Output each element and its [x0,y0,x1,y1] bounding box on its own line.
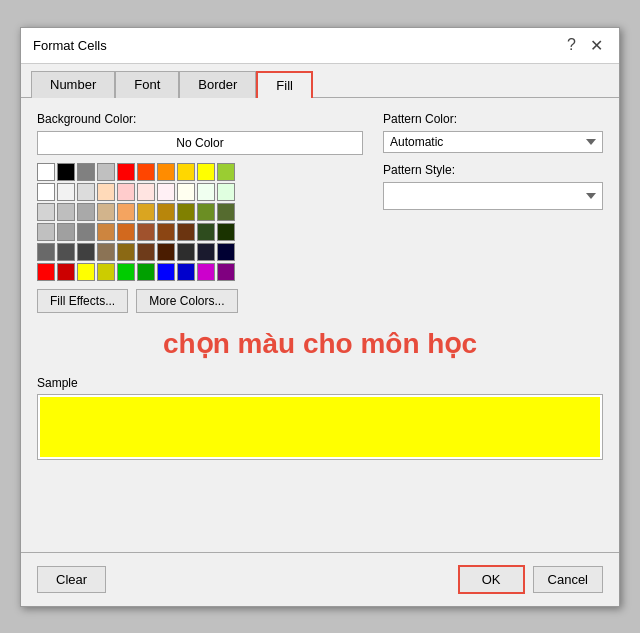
background-color-label: Background Color: [37,112,363,126]
color-cell[interactable] [177,183,195,201]
color-cell[interactable] [57,163,75,181]
color-cell[interactable] [217,183,235,201]
color-cell[interactable] [177,203,195,221]
color-cell[interactable] [197,223,215,241]
dialog-title: Format Cells [33,38,107,53]
color-row [37,163,363,181]
fill-buttons: Fill Effects... More Colors... [37,289,363,313]
color-row [37,243,363,261]
color-cell[interactable] [197,243,215,261]
color-cell[interactable] [177,263,195,281]
content-area: Background Color: No Color Fill Effects.… [21,98,619,548]
color-cell[interactable] [117,163,135,181]
color-cell[interactable] [37,203,55,221]
left-column: Background Color: No Color Fill Effects.… [37,112,363,313]
color-cell[interactable] [157,263,175,281]
color-cell[interactable] [217,223,235,241]
color-cell[interactable] [97,263,115,281]
color-cell[interactable] [137,163,155,181]
color-cell[interactable] [77,263,95,281]
color-cell[interactable] [97,163,115,181]
more-colors-button[interactable]: More Colors... [136,289,237,313]
help-button[interactable]: ? [563,36,580,54]
color-row [37,183,363,201]
color-cell[interactable] [77,243,95,261]
color-cell[interactable] [157,163,175,181]
close-button[interactable]: ✕ [586,36,607,55]
color-cell[interactable] [37,163,55,181]
pattern-color-row: Automatic [383,131,603,153]
color-cell[interactable] [177,243,195,261]
color-cell[interactable] [37,263,55,281]
color-cell[interactable] [37,223,55,241]
color-cell[interactable] [37,243,55,261]
color-cell[interactable] [57,203,75,221]
color-cell[interactable] [77,183,95,201]
color-cell[interactable] [137,203,155,221]
color-cell[interactable] [57,183,75,201]
pattern-color-select[interactable]: Automatic [383,131,603,153]
color-cell[interactable] [57,243,75,261]
color-cell[interactable] [217,263,235,281]
tab-fill[interactable]: Fill [256,71,313,98]
color-cell[interactable] [117,223,135,241]
color-grid [37,163,363,281]
pattern-color-label: Pattern Color: [383,112,603,126]
tabs-row: Number Font Border Fill [21,64,619,98]
color-cell[interactable] [157,243,175,261]
color-cell[interactable] [117,263,135,281]
color-cell[interactable] [217,243,235,261]
color-cell[interactable] [37,183,55,201]
color-cell[interactable] [177,223,195,241]
format-cells-dialog: Format Cells ? ✕ Number Font Border Fill… [20,27,620,607]
color-row [37,263,363,281]
annotation-text: chọn màu cho môn học [37,327,603,360]
pattern-style-select[interactable] [383,182,603,210]
color-cell[interactable] [97,243,115,261]
color-cell[interactable] [77,223,95,241]
fill-effects-button[interactable]: Fill Effects... [37,289,128,313]
color-cell[interactable] [157,203,175,221]
tab-border[interactable]: Border [179,71,256,98]
tab-number[interactable]: Number [31,71,115,98]
color-cell[interactable] [197,163,215,181]
color-cell[interactable] [117,243,135,261]
color-cell[interactable] [217,203,235,221]
color-cell[interactable] [197,183,215,201]
button-row: Clear OK Cancel [21,557,619,606]
color-cell[interactable] [97,203,115,221]
color-cell[interactable] [157,183,175,201]
sample-label: Sample [37,376,603,390]
color-cell[interactable] [137,183,155,201]
sample-section: Sample [37,376,603,470]
sample-box [37,394,603,460]
color-cell[interactable] [137,263,155,281]
color-cell[interactable] [137,223,155,241]
color-cell[interactable] [157,223,175,241]
ok-button[interactable]: OK [458,565,525,594]
cancel-button[interactable]: Cancel [533,566,603,593]
color-cell[interactable] [97,223,115,241]
color-cell[interactable] [137,243,155,261]
color-cell[interactable] [77,203,95,221]
color-row [37,223,363,241]
color-cell[interactable] [197,203,215,221]
color-cell[interactable] [197,263,215,281]
color-cell[interactable] [177,163,195,181]
right-column: Pattern Color: Automatic Pattern Style: [383,112,603,313]
color-cell[interactable] [217,163,235,181]
color-cell[interactable] [77,163,95,181]
color-cell[interactable] [57,263,75,281]
clear-button[interactable]: Clear [37,566,106,593]
fill-two-col: Background Color: No Color Fill Effects.… [37,112,603,313]
title-bar-controls: ? ✕ [563,36,607,55]
color-row [37,203,363,221]
title-bar: Format Cells ? ✕ [21,28,619,64]
color-cell[interactable] [117,203,135,221]
no-color-button[interactable]: No Color [37,131,363,155]
color-cell[interactable] [57,223,75,241]
color-cell[interactable] [97,183,115,201]
color-cell[interactable] [117,183,135,201]
tab-font[interactable]: Font [115,71,179,98]
pattern-style-label: Pattern Style: [383,163,603,177]
